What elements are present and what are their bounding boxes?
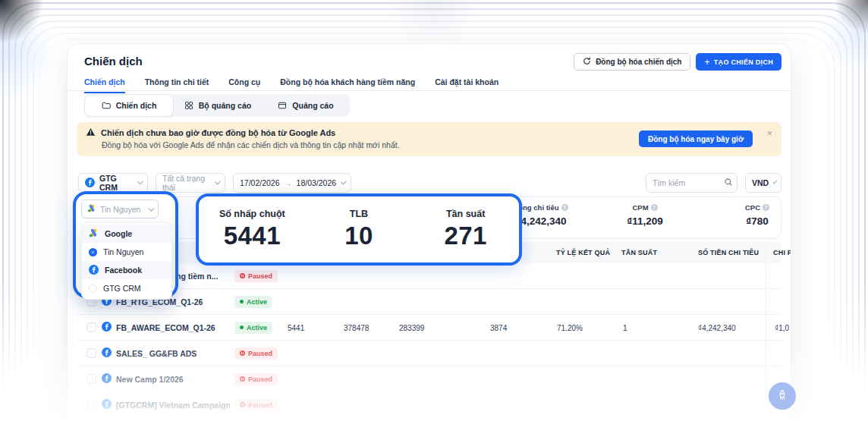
facebook-icon [102, 398, 112, 412]
radio-empty-icon [89, 285, 97, 293]
search-icon [724, 178, 733, 188]
highlight-stat-tlb: TLB 10 [306, 209, 413, 250]
page-title: Chiến dịch [84, 55, 143, 68]
radio-selected-icon [89, 248, 97, 256]
campaign-name[interactable]: New Camp 1/2026 [116, 375, 184, 384]
highlight-stat-frequency: Tần suất 271 [412, 209, 519, 250]
status-badge: Active [234, 322, 272, 334]
column-header-amount-spent[interactable]: SỐ TIỀN CHI TIÊU [698, 242, 759, 263]
cell-cost: ₫1,0 [775, 323, 789, 332]
account-filter-select[interactable]: GTG CRM [78, 173, 148, 193]
table-row[interactable]: FB_AWARE_ECOM_Q1-26 Active 5441 378478 2… [77, 315, 782, 341]
pause-icon [240, 273, 245, 278]
row-checkbox[interactable] [86, 348, 96, 358]
chevron-down-icon [148, 205, 154, 211]
arrow-right-icon: → [285, 179, 292, 187]
sync-warning-banner: Chiến dịch chưa bao giờ được đồng bộ hóa… [77, 122, 782, 156]
plus-icon: + [704, 58, 709, 67]
subtab-campaigns[interactable]: Chiến dịch [84, 94, 174, 117]
close-icon[interactable]: × [766, 128, 772, 138]
table-row[interactable]: New Camp 1/2026 Paused [77, 366, 782, 392]
column-header-frequency[interactable]: TẦN SUẤT [621, 242, 657, 263]
facebook-icon [102, 321, 112, 335]
cell-reach: 283399 [399, 323, 424, 332]
facebook-icon [85, 178, 95, 189]
facebook-icon [102, 373, 112, 386]
highlight-stat-clicks: Số nhấp chuột 5441 [199, 209, 306, 250]
sync-campaign-button[interactable]: Đồng bộ hóa chiến dịch [574, 53, 690, 71]
active-dot-icon [240, 300, 244, 303]
chevron-down-icon [137, 179, 143, 185]
row-checkbox[interactable] [86, 322, 96, 332]
pause-icon [240, 402, 245, 407]
create-campaign-button[interactable]: + TẠO CHIẾN DỊCH [696, 53, 782, 71]
folder-icon [102, 101, 111, 110]
table-row[interactable]: ng tiềm n... Paused [77, 263, 782, 289]
column-header-cost[interactable]: CHI PH [773, 242, 791, 263]
stat-cpc: CPC? ₫780 [721, 203, 791, 227]
campaign-table: TỶ LỆ KẾT QUẢ TẦN SUẤT SỐ TIỀN CHI TIÊU … [77, 242, 782, 424]
cell-results: 3874 [490, 323, 507, 332]
account-dropdown-callout: Tin Nguyen Google Tin Nguyen Facebook [73, 191, 178, 298]
dropdown-item-google[interactable]: Google [82, 225, 171, 243]
dropdown-item-gtg-crm[interactable]: GTG CRM [82, 279, 171, 297]
date-range-picker[interactable]: 17/02/2026 → 18/03/2026 [233, 173, 351, 193]
active-dot-icon [240, 325, 244, 329]
currency-select[interactable]: VND [745, 173, 782, 193]
search-box[interactable] [646, 173, 737, 193]
status-filter-select[interactable]: Tất cả trạng thái [156, 173, 225, 193]
pause-icon [240, 351, 245, 356]
subtab-ad-sets[interactable]: Bộ quảng cáo [174, 94, 262, 117]
row-checkbox[interactable] [86, 400, 96, 410]
dropdown-item-tin-nguyen[interactable]: Tin Nguyen [82, 243, 171, 261]
google-ads-icon [87, 204, 96, 214]
cell-amount-spent: ₫4,242,340 [698, 323, 736, 332]
info-icon: ? [651, 204, 658, 211]
tabs-divider [68, 90, 791, 91]
header-actions: Đồng bộ hóa chiến dịch + TẠO CHIẾN DỊCH [574, 53, 782, 71]
cell-clicks: 5441 [288, 323, 304, 332]
stat-cpm: CPM? ₫11,209 [607, 203, 683, 227]
ad-card-icon [278, 101, 287, 110]
campaign-name[interactable]: [GTGCRM] Vietnam Campaign ... [116, 401, 230, 410]
column-header-result-rate[interactable]: TỶ LỆ KẾT QUẢ [556, 242, 610, 263]
facebook-icon [102, 347, 112, 360]
status-badge: Paused [234, 270, 278, 282]
chevron-down-icon [773, 180, 778, 184]
row-checkbox[interactable] [86, 374, 96, 384]
status-badge: Active [234, 296, 272, 308]
search-input[interactable] [653, 178, 719, 187]
subtab-ads[interactable]: Quảng cáo [262, 94, 350, 117]
dropdown-item-facebook[interactable]: Facebook [82, 261, 171, 279]
sync-now-button[interactable]: Đồng bộ hóa ngay bây giờ [639, 130, 753, 147]
cell-impressions: 378478 [344, 323, 369, 332]
level-switcher: Chiến dịch Bộ quảng cáo Quảng cáo [84, 94, 350, 117]
table-row[interactable]: FB_RTG_ECOM_Q1-26 Active [77, 289, 782, 315]
account-select[interactable]: Tin Nguyen [81, 200, 159, 218]
google-ads-icon [89, 228, 99, 239]
info-icon: ? [561, 204, 568, 211]
info-icon: ? [763, 204, 769, 211]
chevron-down-icon [215, 179, 221, 185]
table-row[interactable]: [GTGCRM] Vietnam Campaign ... Paused [77, 392, 782, 418]
status-badge: Paused [234, 373, 278, 385]
rocket-icon [776, 389, 788, 404]
sync-icon [583, 57, 591, 67]
pause-icon [240, 376, 245, 382]
facebook-icon [89, 265, 99, 276]
status-badge: Paused [234, 399, 278, 411]
campaign-name[interactable]: FB_AWARE_ECOM_Q1-26 [116, 323, 215, 332]
table-row[interactable]: SALES_ GG&FB ADS Paused [77, 341, 782, 366]
filter-bar: GTG CRM Tất cả trạng thái 17/02/2026 → 1… [78, 173, 782, 193]
banner-title: Chiến dịch chưa bao giờ được đồng bộ hóa… [101, 128, 335, 137]
metrics-highlight-callout: Số nhấp chuột 5441 TLB 10 Tần suất 271 [196, 193, 522, 266]
rocket-fab-button[interactable] [769, 382, 796, 410]
cell-result-rate: 71.20% [557, 323, 583, 332]
grid-icon [184, 101, 193, 110]
chevron-down-icon [341, 179, 347, 185]
warning-icon [86, 127, 96, 138]
cell-frequency: 1 [623, 323, 627, 332]
campaign-name[interactable]: ng tiềm n... [176, 272, 218, 281]
campaign-name[interactable]: SALES_ GG&FB ADS [116, 349, 197, 358]
screenshot-canvas: Chiến dịch Đồng bộ hóa chiến dịch + TẠO … [0, 0, 868, 437]
